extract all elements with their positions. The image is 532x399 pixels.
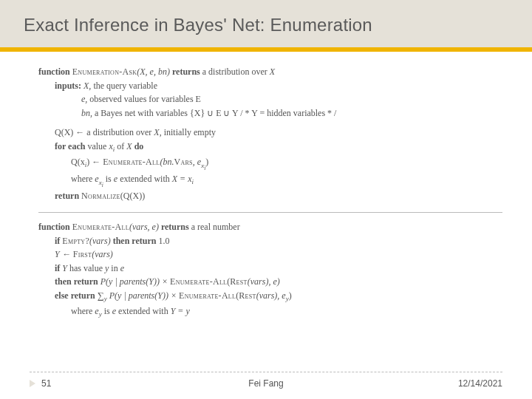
algo2-line-then: then return P(y | parents(Y)) × Enumerat… (38, 275, 502, 289)
kw-returns: returns (172, 66, 200, 77)
slide-title: Exact Inference in Bayes' Net: Enumerati… (24, 15, 372, 35)
slide-content: function Enumeration-Ask(X, e, bn) retur… (0, 52, 532, 321)
footer-author: Fei Fang (248, 378, 283, 389)
fn-name: Enumeration-Ask (72, 66, 137, 77)
algo1-line-where: where exi is e extended with X = xi (38, 172, 502, 189)
fn-args: (X, e, bn) (137, 66, 170, 77)
footer-date: 12/14/2021 (458, 378, 502, 389)
divider (38, 212, 502, 213)
returns-var: X (270, 66, 275, 77)
algo1-input-e: e, observed values for variables E (38, 92, 502, 106)
kw-inputs: inputs: (55, 81, 81, 91)
algo1-line-call: Q(xi) ← Enumerate-All(bn.Vars, exi) (38, 155, 502, 172)
algo2-signature: function Enumerate-All(vars, e) returns … (38, 220, 502, 234)
algo2-line-else: else return ∑y P(y | parents(Y)) × Enume… (38, 289, 502, 304)
algo2-line-empty: if Empty?(vars) then return 1.0 (38, 234, 502, 248)
algo2-line-ify: if Y has value y in e (38, 262, 502, 276)
footer-arrow-icon (30, 380, 35, 387)
algo1-line-foreach: for each value xi of X do (38, 140, 502, 155)
algo2-line-first: Y ← First(vars) (38, 248, 502, 262)
algo1-signature: function Enumeration-Ask(X, e, bn) retur… (38, 65, 502, 79)
returns-text: a distribution over (200, 66, 270, 77)
footer: 51 Fei Fang 12/14/2021 (30, 372, 502, 389)
page-number: 51 (41, 378, 51, 389)
algo1-input-bn: bn, a Bayes net with variables {X} ∪ E ∪… (38, 106, 502, 120)
algo1-line-qinit: Q(X) ← a distribution over X, initially … (38, 126, 502, 140)
algo1-line-return: return Normalize(Q(X)) (38, 189, 502, 203)
kw-function: function (38, 66, 70, 77)
algo1-inputs: inputs: X, the query variable (38, 79, 502, 93)
algo2-line-where: where ey is e extended with Y = y (38, 304, 502, 320)
header-band: Exact Inference in Bayes' Net: Enumerati… (0, 0, 532, 47)
